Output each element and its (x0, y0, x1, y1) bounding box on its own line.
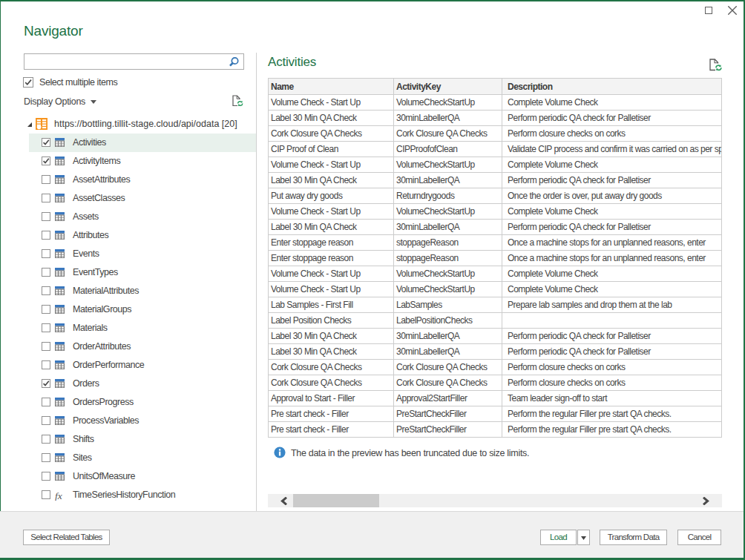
svg-text:fx: fx (55, 490, 62, 501)
